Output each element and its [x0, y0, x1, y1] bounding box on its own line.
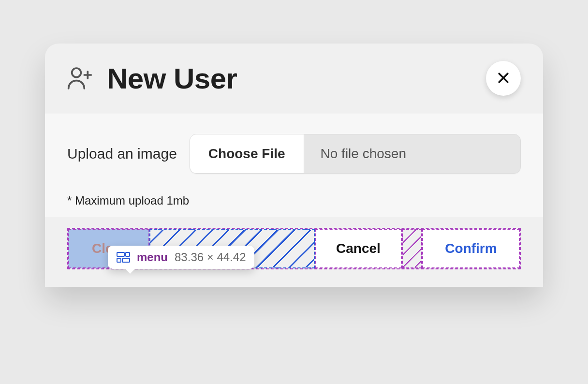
svg-rect-8	[122, 258, 130, 262]
file-status-text: No file chosen	[304, 134, 520, 173]
choose-file-button[interactable]: Choose File	[190, 134, 304, 173]
dialog-header: New User	[45, 44, 543, 113]
flex-gap-region	[402, 229, 422, 268]
svg-point-0	[72, 68, 81, 77]
user-plus-icon	[65, 64, 94, 93]
close-icon	[496, 71, 511, 87]
dialog-title: New User	[107, 62, 237, 95]
upload-hint: * Maximum upload 1mb	[67, 194, 521, 207]
svg-rect-5	[117, 252, 124, 256]
new-user-dialog: New User Upload an image Choose File No …	[45, 44, 543, 287]
flex-layout-icon	[117, 252, 130, 263]
svg-rect-7	[117, 258, 121, 262]
devtools-inspect-tooltip: menu 83.36 × 44.42	[108, 246, 254, 269]
cancel-button[interactable]: Cancel	[315, 229, 402, 268]
close-button[interactable]	[486, 61, 521, 96]
svg-rect-6	[126, 252, 130, 256]
file-input-widget: Choose File No file chosen	[190, 134, 521, 174]
inspect-element-dimensions: 83.36 × 44.42	[175, 251, 246, 264]
inspect-element-tag: menu	[137, 251, 168, 264]
confirm-button[interactable]: Confirm	[422, 229, 520, 268]
upload-label: Upload an image	[67, 146, 177, 162]
upload-row: Upload an image Choose File No file chos…	[67, 134, 521, 174]
dialog-body: Upload an image Choose File No file chos…	[45, 113, 543, 217]
